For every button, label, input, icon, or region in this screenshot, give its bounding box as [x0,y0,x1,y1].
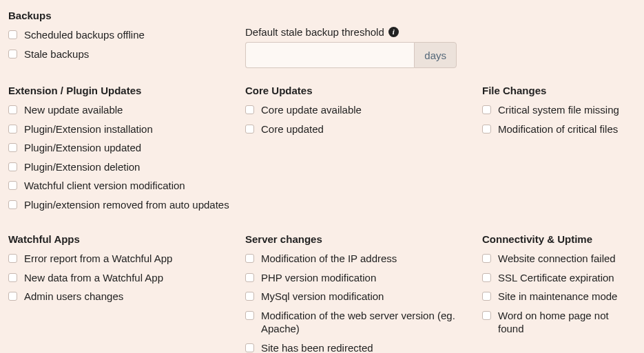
checkbox-plugin-deletion[interactable] [8,162,17,171]
checkbox-row: Website connection failed [482,252,636,266]
checkbox-core-update-available[interactable] [245,105,254,114]
checkbox-label[interactable]: Admin users changes [24,290,240,303]
threshold-input[interactable] [245,42,414,68]
checkbox-row: Critical system file missing [482,103,636,117]
checkbox-site-redirected[interactable] [245,343,254,352]
checkbox-row: SSL Certificate expiration [482,271,636,285]
checkbox-connection-failed[interactable] [482,254,491,263]
checkbox-label[interactable]: Plugin/extension removed from auto updat… [24,198,240,212]
core-updates-title: Core Updates [245,85,477,96]
checkbox-label[interactable]: Website connection failed [498,252,636,266]
col-core-updates: Core Updates Core update available Core … [242,83,479,217]
checkbox-row: Modification of critical files [482,122,636,136]
checkbox-row: Word on home page not found [482,309,636,336]
server-changes-title: Server changes [245,233,477,245]
extension-updates-title: Extension / Plugin Updates [8,85,240,96]
checkbox-row: Modification of the IP address [245,252,477,266]
checkbox-label[interactable]: MySql version modification [261,290,477,303]
checkbox-row: MySql version modification [245,290,477,303]
checkbox-label[interactable]: Core update available [261,103,477,117]
checkbox-core-updated[interactable] [245,125,254,133]
checkbox-row: Error report from a Watchful App [8,252,240,266]
threshold-label: Default stale backup threshold [245,26,384,38]
checkbox-row: Core update available [245,103,477,117]
checkbox-row: PHP version modification [245,271,477,285]
checkbox-row: Plugin/Extension installation [8,122,240,136]
connectivity-title: Connectivity & Uptime [482,233,636,245]
checkbox-mysql-version-mod[interactable] [245,292,254,301]
checkbox-maintenance-mode[interactable] [482,292,491,301]
checkbox-php-version-mod[interactable] [245,273,254,282]
checkbox-ssl-expiration[interactable] [482,273,491,282]
checkbox-label[interactable]: Error report from a Watchful App [24,252,240,266]
threshold-input-group: days [245,42,457,68]
col-backups: Backups Scheduled backups offline Stale … [6,8,242,68]
checkbox-label[interactable]: PHP version modification [261,271,477,285]
checkbox-row: Modification of the web server version (… [245,309,477,336]
checkbox-row: Plugin/Extension deletion [8,160,240,174]
checkbox-word-not-found[interactable] [482,311,491,320]
row-updates: Extension / Plugin Updates New update av… [6,83,638,217]
checkbox-label[interactable]: Watchful client version modification [24,179,240,193]
checkbox-label[interactable]: Modification of the web server version (… [261,309,477,336]
threshold-label-row: Default stale backup threshold i [245,26,477,38]
checkbox-ip-modification[interactable] [245,254,254,263]
checkbox-label[interactable]: Word on home page not found [498,309,636,336]
checkbox-plugin-installation[interactable] [8,125,17,133]
info-icon[interactable]: i [388,27,399,37]
col-server-changes: Server changes Modification of the IP ad… [242,232,479,353]
checkbox-plugin-updated[interactable] [8,143,17,152]
checkbox-label[interactable]: Site has been redirected [261,341,477,354]
col-watchful-apps: Watchful Apps Error report from a Watchf… [6,232,242,353]
col-file-changes: File Changes Critical system file missin… [479,83,638,217]
checkbox-label[interactable]: Plugin/Extension deletion [24,160,240,174]
row-backups: Backups Scheduled backups offline Stale … [6,8,638,68]
checkbox-stale-backups[interactable] [8,50,17,58]
checkbox-label[interactable]: New data from a Watchful App [24,271,240,285]
row-server: Watchful Apps Error report from a Watchf… [6,232,638,353]
checkbox-label[interactable]: Plugin/Extension installation [24,122,240,136]
checkbox-label[interactable]: SSL Certificate expiration [498,271,636,285]
checkbox-label[interactable]: Modification of the IP address [261,252,477,266]
checkbox-label[interactable]: Stale backups [24,47,240,61]
checkbox-error-report-app[interactable] [8,254,17,263]
threshold-unit: days [414,42,457,68]
checkbox-webserver-version-mod[interactable] [245,311,254,320]
checkbox-label[interactable]: New update available [24,103,240,117]
backups-title: Backups [8,10,240,21]
checkbox-label[interactable]: Scheduled backups offline [24,28,240,42]
checkbox-row: Core updated [245,122,477,136]
checkbox-label[interactable]: Site in maintenance mode [498,290,636,303]
checkbox-label[interactable]: Critical system file missing [498,103,636,117]
checkbox-label[interactable]: Plugin/Extension updated [24,141,240,155]
col-threshold: Default stale backup threshold i days [242,8,479,68]
checkbox-row: Site in maintenance mode [482,290,636,303]
col-extension-updates: Extension / Plugin Updates New update av… [6,83,242,217]
checkbox-new-update-available[interactable] [8,105,17,114]
col-connectivity: Connectivity & Uptime Website connection… [479,232,638,353]
watchful-apps-title: Watchful Apps [8,233,240,245]
checkbox-row: Site has been redirected [245,341,477,354]
checkbox-row: Plugin/extension removed from auto updat… [8,198,240,212]
checkbox-row: Watchful client version modification [8,179,240,193]
checkbox-label[interactable]: Core updated [261,122,477,136]
checkbox-row: Scheduled backups offline [8,28,240,42]
checkbox-row: New update available [8,103,240,117]
checkbox-row: Admin users changes [8,290,240,303]
checkbox-new-data-app[interactable] [8,273,17,282]
checkbox-critical-file-missing[interactable] [482,105,491,114]
checkbox-row: New data from a Watchful App [8,271,240,285]
file-changes-title: File Changes [482,85,636,96]
checkbox-label[interactable]: Modification of critical files [498,122,636,136]
checkbox-watchful-client-mod[interactable] [8,181,17,190]
checkbox-modification-critical-files[interactable] [482,125,491,133]
checkbox-scheduled-backups-offline[interactable] [8,30,17,39]
checkbox-admin-users-changes[interactable] [8,292,17,301]
checkbox-plugin-removed-auto[interactable] [8,200,17,209]
checkbox-row: Plugin/Extension updated [8,141,240,155]
col-empty [479,8,638,68]
checkbox-row: Stale backups [8,47,240,61]
